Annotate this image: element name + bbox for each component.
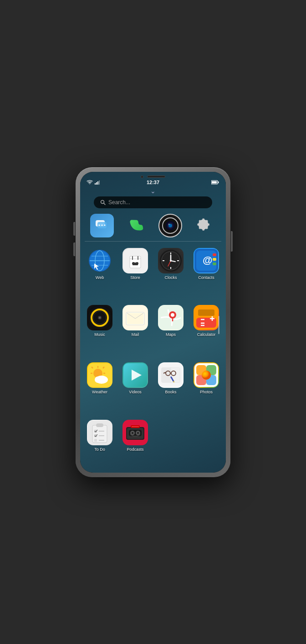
svg-rect-1 <box>96 182 97 185</box>
status-bar: 12:37 <box>80 180 226 186</box>
maps-label: Maps <box>166 332 176 337</box>
svg-rect-107 <box>96 423 103 427</box>
dock-app-phone[interactable] <box>124 214 148 237</box>
dock-app-camera[interactable] <box>158 214 182 237</box>
search-bar[interactable]: Search... <box>94 196 212 208</box>
clocks-icon <box>158 248 184 273</box>
books-label: Books <box>165 390 176 394</box>
svg-rect-28 <box>130 256 141 259</box>
web-icon <box>87 248 112 273</box>
dock-app-settings[interactable] <box>193 214 216 237</box>
volume-down-button[interactable] <box>73 242 75 256</box>
chevron-down-icon[interactable]: ⌄ <box>150 187 156 195</box>
mail-icon <box>122 305 148 330</box>
store-icon <box>122 248 148 273</box>
store-label: Store <box>130 275 140 280</box>
music-icon <box>87 305 112 330</box>
app-grid: Web <box>80 245 226 473</box>
dock-row <box>80 214 226 241</box>
svg-rect-47 <box>213 263 216 265</box>
app-store[interactable]: Store <box>118 245 152 301</box>
app-clocks[interactable]: Clocks <box>154 245 188 301</box>
todo-icon <box>87 420 112 445</box>
web-label: Web <box>96 275 104 280</box>
app-web[interactable]: Web <box>83 245 117 301</box>
clocks-label: Clocks <box>164 275 177 280</box>
books-icon <box>158 362 184 388</box>
svg-point-11 <box>98 224 100 226</box>
app-music[interactable]: Music <box>83 302 117 358</box>
svg-rect-3 <box>99 180 100 185</box>
svg-point-13 <box>104 224 105 226</box>
mail-label: Mail <box>132 332 139 337</box>
phone-device: 12:37 ⌄ <box>76 167 230 477</box>
svg-point-125 <box>137 432 139 434</box>
search-placeholder: Search... <box>108 199 130 206</box>
phone-icon <box>124 214 148 237</box>
app-maps[interactable]: Maps <box>154 302 188 358</box>
svg-rect-45 <box>213 253 216 256</box>
dock-app-messages[interactable] <box>90 214 114 237</box>
app-weather[interactable]: Weather <box>83 360 117 415</box>
settings-icon <box>193 214 216 237</box>
earpiece-speaker <box>147 175 165 178</box>
svg-point-104 <box>202 371 211 380</box>
svg-rect-6 <box>212 181 217 183</box>
podcasts-label: Podcasts <box>127 447 143 452</box>
music-label: Music <box>94 332 105 337</box>
videos-icon <box>122 362 148 388</box>
app-podcasts[interactable]: Podcasts <box>118 417 152 473</box>
phone-screen-frame: 12:37 ⌄ <box>80 172 226 473</box>
svg-rect-116 <box>94 439 97 442</box>
podcasts-icon <box>122 420 148 445</box>
app-mail[interactable]: Mail <box>118 302 152 358</box>
svg-point-42 <box>170 260 172 262</box>
svg-point-7 <box>101 200 104 203</box>
status-left <box>87 180 101 185</box>
svg-point-81 <box>95 376 101 383</box>
svg-point-82 <box>102 376 107 382</box>
power-button[interactable] <box>231 231 233 252</box>
app-photos[interactable]: Photos <box>189 360 223 415</box>
weather-label: Weather <box>92 390 107 394</box>
photos-icon <box>194 362 219 388</box>
svg-rect-67 <box>198 309 214 316</box>
svg-rect-2 <box>97 181 98 185</box>
status-time: 12:37 <box>147 180 159 185</box>
wifi-icon <box>87 180 93 185</box>
photos-label: Photos <box>200 390 213 394</box>
app-videos[interactable]: Videos <box>118 360 152 415</box>
camera-icon <box>158 214 182 237</box>
front-camera <box>141 175 143 178</box>
scroll-indicator <box>218 316 219 334</box>
contacts-label: Contacts <box>198 275 214 280</box>
app-books[interactable]: Books <box>154 360 188 415</box>
svg-text:@: @ <box>203 254 212 266</box>
todo-label: To Do <box>94 447 105 452</box>
chevron-row[interactable]: ⌄ <box>80 186 226 196</box>
app-todo[interactable]: To Do <box>83 417 117 473</box>
messages-icon <box>90 214 114 237</box>
maps-icon <box>158 305 184 330</box>
svg-rect-46 <box>213 258 216 261</box>
svg-point-18 <box>168 223 169 225</box>
battery-icon <box>211 180 219 185</box>
app-contacts[interactable]: @ Contacts <box>189 245 223 301</box>
calculator-label: Calculator <box>197 332 216 337</box>
volume-up-button[interactable] <box>73 222 75 236</box>
calculator-icon <box>194 305 219 330</box>
signal-icon <box>95 180 101 185</box>
dock-divider <box>85 241 221 242</box>
contacts-icon: @ <box>194 248 219 273</box>
svg-rect-5 <box>218 181 219 183</box>
home-screen: 12:37 ⌄ <box>80 172 226 473</box>
weather-icon <box>87 362 112 388</box>
svg-point-123 <box>132 432 133 434</box>
svg-point-64 <box>171 313 174 317</box>
svg-point-12 <box>101 224 102 226</box>
search-icon <box>100 200 106 205</box>
svg-point-55 <box>99 317 101 319</box>
svg-rect-0 <box>95 183 96 185</box>
svg-rect-31 <box>133 263 138 265</box>
top-hardware-bar <box>80 172 226 180</box>
